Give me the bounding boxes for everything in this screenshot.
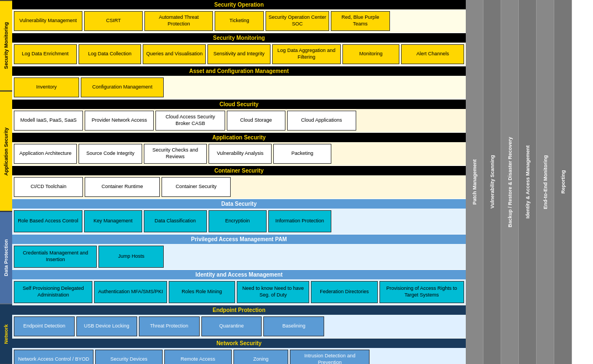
cloud-security-section: Cloud Security Modell IaaS, PaaS, SaaS P… <box>12 100 466 132</box>
left-labels: Security Monitoring Application Security… <box>0 0 12 364</box>
main-container: Security Monitoring Application Security… <box>0 0 593 364</box>
right-label-vuln-scanning: Vulnerability Scanning <box>483 0 501 364</box>
card-baselining[interactable]: Baselining <box>263 316 324 336</box>
security-monitoring-cards: Log Data Enrichment Log Data Collection … <box>12 43 466 66</box>
left-label-data-protection: Data Protection <box>0 211 12 304</box>
card-alert-channels[interactable]: Alert Channels <box>401 44 464 64</box>
pam-cards: Credentials Management and Insertion Jum… <box>12 244 466 269</box>
card-credentials[interactable]: Credentials Management and Insertion <box>14 246 97 268</box>
card-ticketing[interactable]: Ticketing <box>215 11 264 31</box>
application-security-cards: Application Architecture Source Code Int… <box>12 142 466 165</box>
endpoint-section: Endpoint Protection Endpoint Detection U… <box>12 305 466 338</box>
left-label-network: Network <box>0 304 12 364</box>
iam-cards: Self Provisioning Delegated Administrati… <box>12 279 466 305</box>
left-label-security-monitoring: Security Monitoring <box>0 0 12 91</box>
container-security-header: Container Security <box>12 166 466 175</box>
right-label-patch: Patch Management <box>466 0 483 364</box>
card-soc[interactable]: Security Operation Center SOC <box>266 11 329 31</box>
card-vuln-analysis[interactable]: Vulnerability Analysis <box>209 144 272 164</box>
data-security-cards: Role Based Access Control Key Management… <box>12 209 466 234</box>
card-packeting[interactable]: Packeting <box>273 144 331 164</box>
card-info-protection[interactable]: Information Protection <box>268 210 331 232</box>
security-operation-section: Security Operation Vulnerability Managem… <box>12 0 466 33</box>
container-security-section: Container Security CI/CD Toolchain Conta… <box>12 166 466 199</box>
cloud-security-header: Cloud Security <box>12 100 466 109</box>
network-security-cards: Network Access Control / BYOD Security D… <box>12 348 466 364</box>
card-log-collection[interactable]: Log Data Collection <box>79 44 142 64</box>
right-label-backup: Backup / Restore & Disaster Recovery <box>501 0 519 364</box>
right-labels: Patch Management Vulnerability Scanning … <box>466 0 593 364</box>
card-intrusion-detection[interactable]: Intrusion Detection and Prevention <box>290 350 370 364</box>
card-monitoring[interactable]: Monitoring <box>342 44 399 64</box>
card-modell[interactable]: Modell IaaS, PaaS, SaaS <box>14 111 83 131</box>
card-app-architecture[interactable]: Application Architecture <box>14 144 77 164</box>
security-monitoring-header: Security Monitoring <box>12 33 466 43</box>
card-quarantine[interactable]: Quarantine <box>201 316 262 336</box>
right-label-reporting: Reporting <box>554 0 572 364</box>
card-casb[interactable]: Cloud Access Security Broker CASB <box>155 111 225 131</box>
card-federation[interactable]: Federation Directories <box>311 281 377 303</box>
card-remote-access[interactable]: Remote Access <box>164 350 232 364</box>
application-security-header: Application Security <box>12 133 466 142</box>
security-operation-header: Security Operation <box>12 0 466 9</box>
card-teams[interactable]: Red, Blue Purple Teams <box>331 11 389 31</box>
card-automated-threat[interactable]: Automated Threat Protection <box>144 11 213 31</box>
cloud-security-cards: Modell IaaS, PaaS, SaaS Provider Network… <box>12 109 466 132</box>
iam-section: Identity and Access Management Self Prov… <box>12 270 466 305</box>
card-log-aggregation[interactable]: Log Data Aggregation and Filtering <box>272 44 341 64</box>
data-security-section: Data Security Role Based Access Control … <box>12 199 466 234</box>
container-security-cards: CI/CD Toolchain Container Runtime Contai… <box>12 175 466 199</box>
card-cicd[interactable]: CI/CD Toolchain <box>14 177 83 197</box>
card-jump-hosts[interactable]: Jump Hosts <box>98 246 164 268</box>
left-label-application-security: Application Security <box>0 91 12 211</box>
card-source-code[interactable]: Source Code Integrity <box>79 144 142 164</box>
card-queries[interactable]: Queries and Visualisation <box>143 44 206 64</box>
asset-config-section: Asset and Configuration Management Inven… <box>12 66 466 99</box>
card-self-provisioning[interactable]: Self Provisioning Delegated Administrati… <box>14 281 92 303</box>
card-provisioning-rights[interactable]: Provisioning of Access Rights to Target … <box>379 281 464 303</box>
card-log-enrichment[interactable]: Log Data Enrichment <box>14 44 77 64</box>
card-rbac[interactable]: Role Based Access Control <box>14 210 82 232</box>
card-cloud-storage[interactable]: Cloud Storage <box>227 111 285 131</box>
iam-header: Identity and Access Management <box>12 270 466 279</box>
network-security-section: Network Security Network Access Control … <box>12 339 466 364</box>
card-config-management[interactable]: Configuration Management <box>81 77 164 97</box>
endpoint-header: Endpoint Protection <box>12 305 466 315</box>
network-security-header: Network Security <box>12 339 466 348</box>
right-label-e2e: End-to-End Monitoring <box>537 0 554 364</box>
security-monitoring-section: Security Monitoring Log Data Enrichment … <box>12 33 466 66</box>
card-threat-protection[interactable]: Threat Protection <box>139 316 200 336</box>
data-security-header: Data Security <box>12 199 466 209</box>
card-security-devices[interactable]: Security Devices <box>95 350 163 364</box>
right-label-iam: Identity & Access Management <box>519 0 537 364</box>
card-inventory[interactable]: Inventory <box>14 77 79 97</box>
card-roles-mining[interactable]: Roles Role Mining <box>169 281 235 303</box>
card-container-security[interactable]: Container Security <box>162 177 231 197</box>
card-security-checks[interactable]: Security Checks and Reviews <box>144 144 207 164</box>
center-content: Security Operation Vulnerability Managem… <box>12 0 466 364</box>
card-vulnerability-management[interactable]: Vulnerability Management <box>14 11 82 31</box>
card-need-to-know[interactable]: Need to know Need to have Seg. of Duty <box>237 281 309 303</box>
application-security-section: Application Security Application Archite… <box>12 133 466 165</box>
pam-section: Privileged Access Management PAM Credent… <box>12 235 466 269</box>
card-sensitivity[interactable]: Sensitivity and Integrity <box>207 44 271 64</box>
security-operation-cards: Vulnerability Management CSIRT Automated… <box>12 9 466 33</box>
card-container-runtime[interactable]: Container Runtime <box>85 177 160 197</box>
card-network-access[interactable]: Network Access Control / BYOD <box>14 350 93 364</box>
card-data-classification[interactable]: Data Classification <box>144 210 207 232</box>
card-provider-network[interactable]: Provider Network Access <box>85 111 154 131</box>
card-usb-locking[interactable]: USB Device Locking <box>76 316 137 336</box>
card-cloud-applications[interactable]: Cloud Applications <box>287 111 356 131</box>
card-authentication[interactable]: Authentication MFA/SMS/PKI <box>94 281 167 303</box>
card-key-management[interactable]: Key Management <box>84 210 142 232</box>
asset-config-cards: Inventory Configuration Management <box>12 76 466 99</box>
card-endpoint-detection[interactable]: Endpoint Detection <box>14 316 75 336</box>
pam-header: Privileged Access Management PAM <box>12 235 466 244</box>
endpoint-cards: Endpoint Detection USB Device Locking Th… <box>12 315 466 338</box>
card-csirt[interactable]: CSIRT <box>84 11 143 31</box>
card-encryption[interactable]: Encryptioin <box>209 210 267 232</box>
card-zoning[interactable]: Zoning <box>233 350 288 364</box>
asset-config-header: Asset and Configuration Management <box>12 66 466 76</box>
